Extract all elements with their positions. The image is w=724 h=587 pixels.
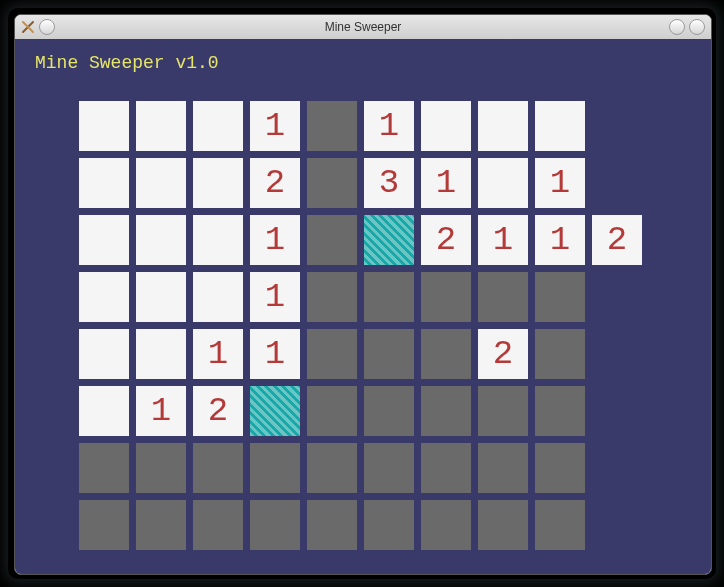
cell-number-1[interactable]: 1 bbox=[250, 329, 300, 379]
cell-number-2[interactable]: 2 bbox=[421, 215, 471, 265]
cell-number-2[interactable]: 2 bbox=[250, 158, 300, 208]
cell-unrevealed[interactable] bbox=[193, 272, 243, 322]
client-area: Mine Sweeper v1.0 11231112112111212 bbox=[15, 39, 711, 574]
cell-flagged[interactable] bbox=[250, 386, 300, 436]
cell-number-1[interactable]: 1 bbox=[250, 215, 300, 265]
cell-revealed-empty[interactable] bbox=[364, 386, 414, 436]
cell-number-1[interactable]: 1 bbox=[136, 386, 186, 436]
cell-unrevealed[interactable] bbox=[136, 272, 186, 322]
cell-revealed-empty[interactable] bbox=[478, 272, 528, 322]
cell-revealed-empty[interactable] bbox=[364, 272, 414, 322]
cell-revealed-empty[interactable] bbox=[250, 443, 300, 493]
cell-revealed-empty[interactable] bbox=[307, 272, 357, 322]
cell-revealed-empty[interactable] bbox=[421, 272, 471, 322]
cell-revealed-empty[interactable] bbox=[193, 443, 243, 493]
game-board: 11231112112111212 bbox=[79, 101, 642, 550]
cell-revealed-empty[interactable] bbox=[307, 500, 357, 550]
cell-number-2[interactable]: 2 bbox=[592, 215, 642, 265]
cell-revealed-empty[interactable] bbox=[307, 443, 357, 493]
cell-revealed-empty[interactable] bbox=[79, 500, 129, 550]
cell-revealed-empty[interactable] bbox=[250, 500, 300, 550]
app-window: Mine Sweeper Mine Sweeper v1.0 112311121… bbox=[14, 14, 712, 575]
cell-flagged[interactable] bbox=[364, 215, 414, 265]
cell-revealed-empty[interactable] bbox=[421, 500, 471, 550]
cell-number-1[interactable]: 1 bbox=[364, 101, 414, 151]
titlebar-button-1[interactable] bbox=[39, 19, 55, 35]
cell-unrevealed[interactable] bbox=[79, 158, 129, 208]
cell-unrevealed[interactable] bbox=[79, 386, 129, 436]
cell-number-1[interactable]: 1 bbox=[535, 158, 585, 208]
cell-number-1[interactable]: 1 bbox=[250, 272, 300, 322]
cell-unrevealed[interactable] bbox=[478, 158, 528, 208]
cell-number-2[interactable]: 2 bbox=[478, 329, 528, 379]
cell-revealed-empty[interactable] bbox=[364, 443, 414, 493]
minimize-button[interactable] bbox=[669, 19, 685, 35]
cell-revealed-empty[interactable] bbox=[478, 386, 528, 436]
screen: Mine Sweeper Mine Sweeper v1.0 112311121… bbox=[0, 0, 724, 587]
cell-unrevealed[interactable] bbox=[79, 329, 129, 379]
cell-unrevealed[interactable] bbox=[79, 215, 129, 265]
cell-revealed-empty[interactable] bbox=[364, 500, 414, 550]
cell-number-3[interactable]: 3 bbox=[364, 158, 414, 208]
cell-unrevealed[interactable] bbox=[136, 158, 186, 208]
cell-revealed-empty[interactable] bbox=[193, 500, 243, 550]
cell-unrevealed[interactable] bbox=[193, 215, 243, 265]
cell-revealed-empty[interactable] bbox=[79, 443, 129, 493]
cell-revealed-empty[interactable] bbox=[421, 329, 471, 379]
cell-number-1[interactable]: 1 bbox=[478, 215, 528, 265]
close-button[interactable] bbox=[689, 19, 705, 35]
window-title: Mine Sweeper bbox=[15, 20, 711, 34]
cell-unrevealed[interactable] bbox=[79, 272, 129, 322]
cell-revealed-empty[interactable] bbox=[478, 443, 528, 493]
cell-revealed-empty[interactable] bbox=[535, 500, 585, 550]
cell-unrevealed[interactable] bbox=[79, 101, 129, 151]
cell-number-1[interactable]: 1 bbox=[193, 329, 243, 379]
titlebar-left bbox=[15, 19, 55, 35]
titlebar[interactable]: Mine Sweeper bbox=[15, 15, 711, 40]
app-icon bbox=[21, 20, 35, 34]
cell-unrevealed[interactable] bbox=[478, 101, 528, 151]
cell-revealed-empty[interactable] bbox=[364, 329, 414, 379]
cell-number-1[interactable]: 1 bbox=[250, 101, 300, 151]
cell-unrevealed[interactable] bbox=[136, 101, 186, 151]
titlebar-right bbox=[669, 19, 711, 35]
cell-unrevealed[interactable] bbox=[535, 101, 585, 151]
cell-revealed-empty[interactable] bbox=[478, 500, 528, 550]
cell-number-1[interactable]: 1 bbox=[421, 158, 471, 208]
cell-revealed-empty[interactable] bbox=[307, 101, 357, 151]
cell-revealed-empty[interactable] bbox=[307, 329, 357, 379]
cell-revealed-empty[interactable] bbox=[307, 158, 357, 208]
cell-unrevealed[interactable] bbox=[136, 215, 186, 265]
cell-revealed-empty[interactable] bbox=[307, 386, 357, 436]
cell-revealed-empty[interactable] bbox=[136, 443, 186, 493]
cell-revealed-empty[interactable] bbox=[421, 443, 471, 493]
cell-unrevealed[interactable] bbox=[136, 329, 186, 379]
game-heading: Mine Sweeper v1.0 bbox=[35, 53, 219, 73]
cell-revealed-empty[interactable] bbox=[421, 386, 471, 436]
cell-revealed-empty[interactable] bbox=[136, 500, 186, 550]
cell-unrevealed[interactable] bbox=[193, 158, 243, 208]
cell-unrevealed[interactable] bbox=[193, 101, 243, 151]
cell-revealed-empty[interactable] bbox=[307, 215, 357, 265]
cell-revealed-empty[interactable] bbox=[535, 272, 585, 322]
cell-revealed-empty[interactable] bbox=[535, 386, 585, 436]
cell-revealed-empty[interactable] bbox=[535, 329, 585, 379]
cell-number-2[interactable]: 2 bbox=[193, 386, 243, 436]
cell-number-1[interactable]: 1 bbox=[535, 215, 585, 265]
cell-revealed-empty[interactable] bbox=[535, 443, 585, 493]
cell-unrevealed[interactable] bbox=[421, 101, 471, 151]
